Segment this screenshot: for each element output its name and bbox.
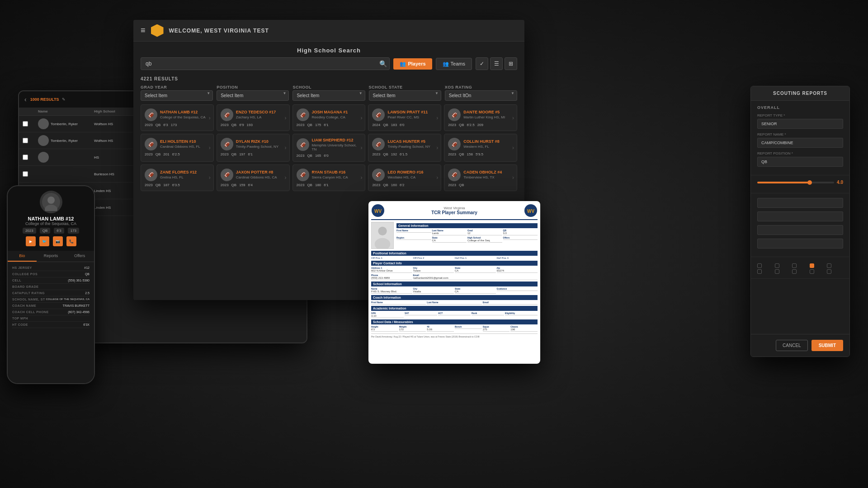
player-card[interactable]: 🏈 LEO ROMERO #16 Westlake HS, CA 2023 QB… xyxy=(368,164,441,191)
avatar: 🏈 xyxy=(297,108,309,121)
report-name-input[interactable] xyxy=(757,138,843,148)
svg-point-1 xyxy=(47,197,55,204)
instagram-button[interactable]: 📷 xyxy=(53,236,63,246)
search-row: 🔍 👥 Players 👥 Teams ✓ ☰ ⊞ xyxy=(141,57,517,70)
grad-year-select[interactable]: Select Item xyxy=(141,90,213,101)
film-button[interactable]: ▶ xyxy=(26,236,36,246)
row-checkbox[interactable] xyxy=(23,155,28,160)
chevron-right-icon: › xyxy=(436,145,438,151)
player-card[interactable]: 🏈 LAWSON PRATT #11 Pearl River CC, MS 20… xyxy=(368,104,441,131)
checkbox[interactable] xyxy=(757,269,762,274)
search-area: High School Search 🔍 👥 Players 👥 Teams ✓… xyxy=(133,42,524,74)
scouting-checkbox-section xyxy=(751,257,849,279)
chevron-right-icon: › xyxy=(512,145,514,151)
row-checkbox[interactable] xyxy=(23,171,28,177)
avatar: 🏈 xyxy=(372,108,385,121)
list-item: CATAPULT RATING 2.5 xyxy=(12,290,90,296)
view-list-button[interactable]: ☰ xyxy=(490,57,503,70)
tcr-positional-title: Positional Information xyxy=(371,251,538,256)
report-name-label: REPORT NAME * xyxy=(757,132,843,136)
player-card[interactable]: 🏈 NATHAN LAMB #12 College of the Sequoia… xyxy=(141,104,214,131)
player-card[interactable]: 🏈 DYLAN RIZK #10 Trinity-Pawling School,… xyxy=(217,134,290,162)
chevron-right-icon: › xyxy=(360,174,362,181)
player-card[interactable]: 🏈 CADEN OBHOLZ #4 Timberview HS, TX 2023… xyxy=(444,164,517,191)
checkbox[interactable] xyxy=(775,269,779,274)
checkbox[interactable] xyxy=(810,269,814,274)
chevron-right-icon: › xyxy=(360,145,362,151)
tcr-general-info-title: General Information xyxy=(396,223,538,228)
view-check-button[interactable]: ✓ xyxy=(476,57,488,70)
player-card[interactable]: 🏈 LUCAS HUNTER #5 Trinity-Pawling School… xyxy=(368,134,441,162)
player-card[interactable]: 🏈 ELI HOLSTEIN #10 Cardinal Gibbons HS, … xyxy=(141,134,214,162)
player-card[interactable]: 🏈 ENZO TEDESCO #17 Zachary HS, LA 2023 Q… xyxy=(217,104,290,131)
player-card[interactable]: 🏈 JOSH MAGANA #1 Reedley College, CA 202… xyxy=(292,104,366,131)
search-input-wrap: 🔍 xyxy=(141,57,390,70)
search-input[interactable] xyxy=(141,57,390,70)
edit-icon[interactable]: ✎ xyxy=(62,97,66,102)
checkbox[interactable] xyxy=(827,269,831,274)
checkbox[interactable] xyxy=(810,263,814,268)
avatar: 🏈 xyxy=(145,138,157,150)
nav-title: WELCOME, WEST VIRGINIA TEST xyxy=(169,28,269,34)
row-checkbox[interactable] xyxy=(23,121,28,127)
tcr-institution: West Virginia xyxy=(431,206,477,210)
checkbox[interactable] xyxy=(792,269,797,274)
player-card[interactable]: 🏈 JAXON POTTER #8 Cardinal Gibbons HS, C… xyxy=(217,164,290,191)
player-card[interactable]: 🏈 LIAM SHEPHERD #12 Memphis University S… xyxy=(292,134,366,162)
players-grid: 🏈 NATHAN LAMB #12 College of the Sequoia… xyxy=(133,104,524,191)
view-grid-button[interactable]: ⊞ xyxy=(505,57,517,70)
extra-field-4[interactable] xyxy=(757,239,843,249)
player-card[interactable]: 🏈 DANTE MOORE #5 Martin Luther King HS, … xyxy=(444,104,517,131)
players-button[interactable]: 👥 Players xyxy=(393,58,432,70)
position-select[interactable]: Select Item xyxy=(217,90,289,101)
search-button[interactable]: 🔍 xyxy=(379,60,387,67)
list-item: HT CODE 6'3X xyxy=(12,322,90,328)
avatar: 🏈 xyxy=(448,138,461,150)
chevron-right-icon: › xyxy=(209,115,211,121)
tcr-content: WV West Virginia TCR Player Summary WV xyxy=(368,201,540,341)
twitter-button[interactable]: 🐦 xyxy=(39,236,49,246)
phone-player-name: NATHAN LAMB #12 xyxy=(12,216,90,221)
hamburger-icon[interactable]: ≡ xyxy=(141,26,146,35)
back-button[interactable]: ‹ xyxy=(24,96,27,103)
checkbox[interactable] xyxy=(792,263,797,268)
contact-button[interactable]: 📞 xyxy=(66,236,76,246)
svg-point-8 xyxy=(378,227,387,235)
cancel-button[interactable]: CANCEL xyxy=(776,340,808,351)
tcr-general-info-grid: First Name Last Name Lamb Grad 12 QB 3.0 xyxy=(396,229,538,243)
chevron-right-icon: › xyxy=(436,115,438,121)
school-select[interactable]: Select Item xyxy=(292,90,365,101)
tcr-measurables-title: School Data / Measurables xyxy=(371,319,538,324)
view-toggle-group: ✓ ☰ ⊞ xyxy=(476,57,517,70)
svg-text:WV: WV xyxy=(527,209,534,214)
chevron-right-icon: › xyxy=(285,115,287,121)
extra-field-3[interactable] xyxy=(757,225,843,235)
extra-field-1[interactable] xyxy=(757,198,843,208)
checkbox[interactable] xyxy=(827,263,831,268)
row-checkbox[interactable] xyxy=(23,138,28,143)
tab-reports[interactable]: Reports xyxy=(37,251,66,262)
phone-info-list: HS JERSEY #12 COLLEGE POS QB CELL (559) … xyxy=(8,262,94,331)
player-card[interactable]: 🏈 RYAN STAUB #16 Sierra Canyon HS, CA 20… xyxy=(292,164,366,191)
slider-thumb xyxy=(807,180,812,185)
rating-slider[interactable] xyxy=(757,182,834,183)
xos-rating-select[interactable]: Select ItOn xyxy=(445,90,517,101)
tcr-header: WV West Virginia TCR Player Summary WV xyxy=(371,204,538,220)
extra-field-2[interactable] xyxy=(757,211,843,221)
phone-tabs: Bio Reports Offers xyxy=(8,251,94,262)
school-state-select[interactable]: Select Item xyxy=(369,90,441,101)
report-type-input[interactable] xyxy=(757,119,843,129)
avatar: 🏈 xyxy=(145,108,157,121)
scouting-extra-fields xyxy=(751,193,849,257)
tab-offers[interactable]: Offers xyxy=(65,251,94,262)
player-card[interactable]: 🏈 ZANE FLORES #12 Gretna HS, FL 2023 QB … xyxy=(141,164,214,191)
player-card[interactable]: 🏈 COLLIN HURST #8 Western HS, FL 2023 QB… xyxy=(444,134,517,162)
tab-bio[interactable]: Bio xyxy=(8,251,37,262)
avatar: 🏈 xyxy=(297,138,309,151)
report-pos-input[interactable] xyxy=(757,157,843,167)
teams-button[interactable]: 👥 Teams xyxy=(436,58,472,70)
submit-button[interactable]: SUBMIT xyxy=(811,340,843,351)
checkbox[interactable] xyxy=(775,263,779,268)
checkbox[interactable] xyxy=(757,263,762,268)
avatar: 🏈 xyxy=(221,138,233,150)
